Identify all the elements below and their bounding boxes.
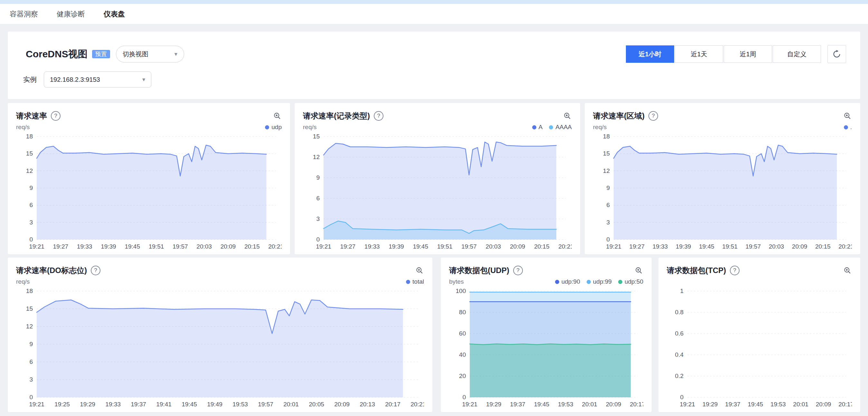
svg-text:9: 9 <box>606 184 610 191</box>
switch-view-dropdown[interactable]: 切换视图 ▾ <box>116 46 184 62</box>
chart-legend: . <box>844 124 852 131</box>
svg-text:19:33: 19:33 <box>77 243 92 250</box>
zoom-icon[interactable] <box>563 111 572 120</box>
svg-text:19:27: 19:27 <box>629 243 645 250</box>
zoom-icon[interactable] <box>634 266 643 275</box>
svg-text:3: 3 <box>29 376 33 383</box>
help-icon[interactable]: ? <box>51 111 61 121</box>
svg-text:20:09: 20:09 <box>334 401 350 408</box>
time-range-custom-button[interactable]: 自定义 <box>773 46 821 63</box>
zoom-icon[interactable] <box>273 111 282 120</box>
svg-text:20:21: 20:21 <box>410 401 424 408</box>
chart-title: 请求速率(记录类型) <box>303 111 370 121</box>
legend-item[interactable]: A <box>532 124 543 131</box>
svg-text:20:17: 20:17 <box>385 401 401 408</box>
svg-text:0.4: 0.4 <box>675 351 684 358</box>
instance-select[interactable]: 192.168.2.3:9153 ▾ <box>44 71 151 88</box>
chart-plot-area: 02040608010019:2119:2919:3719:4519:5320:… <box>449 287 643 410</box>
svg-text:20:21: 20:21 <box>558 243 572 250</box>
svg-text:80: 80 <box>459 309 466 316</box>
help-icon[interactable]: ? <box>648 111 658 121</box>
svg-text:19:57: 19:57 <box>258 401 273 408</box>
instance-value: 192.168.2.3:9153 <box>50 76 100 83</box>
legend-label: . <box>850 124 852 131</box>
page-title: CoreDNS视图 <box>26 48 88 61</box>
svg-text:20:01: 20:01 <box>582 401 597 408</box>
chart-card-request-rate-record-type: 请求速率(记录类型) ? req/s AAAAA 0369121519:2119… <box>294 103 580 255</box>
chart-legend: total <box>406 278 424 285</box>
chevron-down-icon: ▾ <box>142 76 145 83</box>
svg-text:20:17: 20:17 <box>838 401 852 408</box>
svg-text:20:03: 20:03 <box>769 243 784 250</box>
svg-text:19:33: 19:33 <box>105 401 121 408</box>
svg-text:19:29: 19:29 <box>486 401 502 408</box>
chart-title: 请求速率(区域) <box>593 111 645 121</box>
time-range-1d-button[interactable]: 近1天 <box>675 46 723 63</box>
help-icon[interactable]: ? <box>513 266 523 275</box>
legend-item[interactable]: udp:99 <box>587 278 612 285</box>
legend-item[interactable]: total <box>406 278 424 285</box>
zoom-icon[interactable] <box>843 266 852 275</box>
zoom-icon[interactable] <box>415 266 424 275</box>
instance-label: 实例 <box>23 75 37 84</box>
zoom-icon[interactable] <box>843 111 852 120</box>
svg-text:0: 0 <box>29 236 33 243</box>
svg-text:19:49: 19:49 <box>207 401 222 408</box>
svg-text:19:33: 19:33 <box>365 243 380 250</box>
svg-text:20:01: 20:01 <box>283 401 299 408</box>
svg-text:20:13: 20:13 <box>360 401 375 408</box>
legend-item[interactable]: udp:90 <box>555 278 580 285</box>
svg-text:19:57: 19:57 <box>745 243 761 250</box>
svg-text:19:57: 19:57 <box>173 243 188 250</box>
svg-text:19:21: 19:21 <box>606 243 621 250</box>
svg-text:9: 9 <box>29 184 33 191</box>
top-strip <box>0 0 868 4</box>
chart-card-request-rate: 请求速率 ? req/s udp 036912151819:2119:2719:… <box>8 103 290 255</box>
svg-text:19:27: 19:27 <box>53 243 69 250</box>
svg-text:18: 18 <box>26 288 33 294</box>
legend-item[interactable]: AAAA <box>549 124 572 131</box>
title-row: CoreDNS视图 预置 切换视图 ▾ 近1小时 近1天 近1周 自定义 <box>22 45 846 63</box>
y-axis-unit: req/s <box>16 124 30 131</box>
help-icon[interactable]: ? <box>374 111 383 121</box>
legend-item[interactable]: udp <box>265 124 282 131</box>
svg-text:19:25: 19:25 <box>54 401 70 408</box>
svg-text:19:21: 19:21 <box>316 243 331 250</box>
svg-text:19:39: 19:39 <box>676 243 691 250</box>
legend-label: total <box>412 278 424 285</box>
svg-text:19:33: 19:33 <box>653 243 668 250</box>
svg-text:1: 1 <box>680 288 684 294</box>
svg-text:19:21: 19:21 <box>29 401 44 408</box>
svg-text:19:45: 19:45 <box>182 401 197 408</box>
time-range-1w-button[interactable]: 近1周 <box>724 46 772 63</box>
refresh-button[interactable] <box>828 45 846 63</box>
chart-title: 请求数据包(TCP) <box>667 265 726 276</box>
svg-text:20:21: 20:21 <box>838 243 852 250</box>
svg-text:20:09: 20:09 <box>816 401 831 408</box>
svg-text:15: 15 <box>603 150 610 157</box>
y-axis-unit: req/s <box>16 278 30 285</box>
legend-item[interactable]: udp:50 <box>618 278 643 285</box>
help-icon[interactable]: ? <box>730 266 740 275</box>
svg-text:15: 15 <box>26 305 33 312</box>
svg-text:19:53: 19:53 <box>770 401 786 408</box>
svg-text:0.8: 0.8 <box>675 309 684 316</box>
help-icon[interactable]: ? <box>91 266 100 275</box>
svg-text:100: 100 <box>456 288 466 294</box>
legend-item[interactable]: . <box>844 124 852 131</box>
svg-text:19:45: 19:45 <box>125 243 140 250</box>
svg-text:15: 15 <box>26 150 33 157</box>
time-range-1h-button[interactable]: 近1小时 <box>626 46 674 63</box>
svg-text:60: 60 <box>459 330 466 337</box>
y-axis-unit: req/s <box>593 124 607 131</box>
svg-text:20:09: 20:09 <box>792 243 807 250</box>
legend-dot <box>618 280 622 284</box>
tab-health-diagnosis[interactable]: 健康诊断 <box>57 9 85 19</box>
tab-dashboard[interactable]: 仪表盘 <box>104 9 125 19</box>
tab-container-insights[interactable]: 容器洞察 <box>10 9 38 19</box>
legend-dot <box>587 280 591 284</box>
svg-text:19:37: 19:37 <box>725 401 741 408</box>
chart-card-request-packets-tcp: 请求数据包(TCP) ? 00.20.40.60.8119:2119:2919:… <box>658 258 860 412</box>
time-range-group: 近1小时 近1天 近1周 自定义 <box>626 46 821 63</box>
chart-plot-area: 036912151819:2119:2519:2919:3319:3719:41… <box>16 287 424 410</box>
